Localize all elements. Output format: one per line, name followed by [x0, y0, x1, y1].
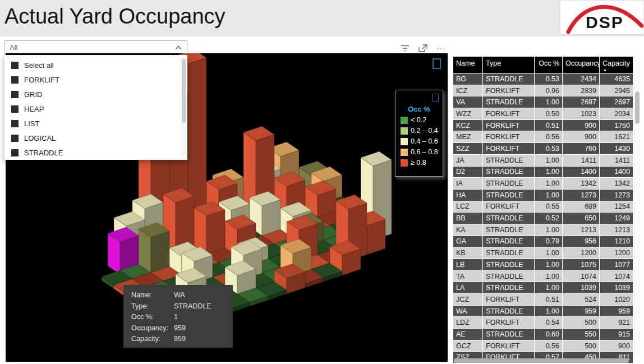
- table-cell[interactable]: STRADDLE: [482, 306, 534, 317]
- table-cell[interactable]: 1.00: [534, 96, 562, 108]
- table-cell[interactable]: SZZ: [453, 143, 482, 154]
- table-cell[interactable]: 1342: [599, 178, 633, 189]
- table-cell[interactable]: STRADDLE: [482, 155, 534, 166]
- table-cell[interactable]: 1074: [599, 271, 633, 282]
- table-cell[interactable]: 1.00: [534, 190, 562, 201]
- table-cell[interactable]: 1.00: [534, 271, 562, 282]
- table-cell[interactable]: 915: [599, 329, 633, 340]
- table-cell[interactable]: FORKLIFT: [482, 317, 534, 328]
- table-cell[interactable]: LB: [453, 259, 482, 270]
- table-cell[interactable]: AE: [453, 329, 482, 340]
- table-cell[interactable]: 1.00: [534, 306, 562, 317]
- table-cell[interactable]: 1400: [562, 167, 599, 178]
- table-cell[interactable]: 900: [562, 120, 599, 131]
- table-cell[interactable]: FORKLIFT: [482, 131, 534, 142]
- table-row[interactable]: VASTRADDLE1.0026972697: [453, 96, 633, 108]
- table-cell[interactable]: LDZ: [453, 317, 482, 328]
- table-row[interactable]: HASTRADDLE1.0012731273: [453, 190, 633, 201]
- table-cell[interactable]: STRADDLE: [482, 236, 534, 247]
- table-cell[interactable]: ICZ: [453, 85, 482, 96]
- table-cell[interactable]: 0.53: [534, 143, 562, 154]
- table-cell[interactable]: 1430: [599, 143, 633, 154]
- table-cell[interactable]: 1254: [599, 201, 633, 213]
- table-cell[interactable]: 0.96: [534, 85, 562, 96]
- table-cell[interactable]: 1039: [599, 282, 633, 293]
- table-cell[interactable]: 650: [562, 213, 599, 224]
- table-cell[interactable]: 1020: [599, 294, 633, 305]
- dropdown-scrollbar[interactable]: [181, 57, 186, 156]
- table-cell[interactable]: STRADDLE: [482, 282, 534, 293]
- table-cell[interactable]: KA: [453, 224, 482, 236]
- table-cell[interactable]: KB: [453, 247, 482, 259]
- table-cell[interactable]: 959: [562, 306, 599, 317]
- table-cell[interactable]: STRADDLE: [482, 167, 534, 178]
- dropdown-item-grid[interactable]: GRID: [4, 87, 187, 102]
- table-row[interactable]: LBSTRADDLE1.0010751077: [453, 259, 633, 270]
- table-cell[interactable]: 1273: [562, 190, 599, 201]
- table-cell[interactable]: STRADDLE: [482, 213, 534, 224]
- table-cell[interactable]: 4635: [599, 73, 633, 85]
- table-cell[interactable]: 0.54: [534, 317, 562, 328]
- table-cell[interactable]: 1.00: [534, 167, 562, 178]
- table-cell[interactable]: 1210: [599, 236, 633, 247]
- column-header-type[interactable]: Type: [482, 57, 534, 73]
- table-row[interactable]: KASTRADDLE1.0012131213: [453, 224, 633, 236]
- dropdown-item-heap[interactable]: HEAP: [4, 102, 187, 116]
- table-cell[interactable]: GA: [453, 236, 482, 247]
- dropdown-item-list[interactable]: LIST: [4, 116, 187, 131]
- column-header-occupancy[interactable]: Occupancy: [562, 57, 599, 73]
- table-row[interactable]: BGSTRADDLE0.5324344635: [453, 73, 633, 85]
- table-cell[interactable]: 1.00: [534, 259, 562, 270]
- table-cell[interactable]: 2034: [599, 108, 633, 119]
- table-cell[interactable]: LA: [453, 282, 482, 293]
- table-cell[interactable]: 2945: [599, 85, 633, 96]
- table-cell[interactable]: 0.56: [534, 131, 562, 142]
- table-cell[interactable]: STRADDLE: [482, 329, 534, 340]
- table-cell[interactable]: 500: [562, 317, 599, 328]
- table-cell[interactable]: FORKLIFT: [482, 85, 534, 96]
- table-cell[interactable]: 0.79: [534, 236, 562, 247]
- filter-icon[interactable]: [401, 44, 410, 52]
- checkbox-icon[interactable]: [11, 76, 19, 84]
- table-cell[interactable]: 2434: [562, 73, 599, 85]
- table-cell[interactable]: 1023: [562, 108, 599, 119]
- checkbox-icon[interactable]: [11, 105, 19, 113]
- table-row[interactable]: BBSTRADDLE0.526501249: [453, 213, 633, 224]
- table-cell[interactable]: STRADDLE: [482, 178, 534, 189]
- table-cell[interactable]: 1411: [599, 155, 633, 166]
- table-row[interactable]: IASTRADDLE1.0013421342: [453, 178, 633, 189]
- table-cell[interactable]: 900: [599, 340, 633, 352]
- table-cell[interactable]: D2: [453, 167, 482, 178]
- table-row[interactable]: TASTRADDLE1.0010741074: [453, 271, 633, 282]
- table-cell[interactable]: GCZ: [453, 340, 482, 352]
- table-row[interactable]: ICZFORKLIFT0.9628392945: [453, 85, 633, 96]
- table-cell[interactable]: 0.56: [534, 340, 562, 352]
- table-cell[interactable]: FORKLIFT: [482, 340, 534, 352]
- table-cell[interactable]: STRADDLE: [482, 247, 534, 259]
- table-cell[interactable]: 1.00: [534, 178, 562, 189]
- checkbox-icon[interactable]: [11, 120, 19, 127]
- table-cell[interactable]: 2839: [562, 85, 599, 96]
- table-cell[interactable]: FORKLIFT: [482, 120, 534, 131]
- table-cell[interactable]: 1200: [599, 247, 633, 259]
- table-row[interactable]: AESTRADDLE0.60550915: [453, 329, 633, 340]
- table-cell[interactable]: 760: [562, 143, 599, 154]
- table-cell[interactable]: 1.00: [534, 282, 562, 293]
- table-cell[interactable]: HA: [453, 190, 482, 201]
- table-cell[interactable]: 1411: [562, 155, 599, 166]
- table-cell[interactable]: 0.51: [534, 294, 562, 305]
- table-cell[interactable]: 921: [599, 317, 633, 328]
- table-cell[interactable]: MEZ: [453, 131, 482, 142]
- table-row[interactable]: WASTRADDLE1.00959959: [453, 306, 633, 317]
- table-row[interactable]: WZZFORKLIFT0.5010232034: [453, 108, 633, 119]
- checkbox-icon[interactable]: [11, 62, 19, 69]
- table-cell[interactable]: 1249: [599, 213, 633, 224]
- column-header-occ-%[interactable]: Occ %: [534, 57, 562, 73]
- table-cell[interactable]: 1400: [599, 167, 633, 178]
- table-cell[interactable]: 1342: [562, 178, 599, 189]
- table-cell[interactable]: KCZ: [453, 120, 482, 131]
- table-cell[interactable]: LCZ: [453, 201, 482, 213]
- table-cell[interactable]: 689: [562, 201, 599, 213]
- table-row[interactable]: JCZFORKLIFT0.515241020: [453, 294, 633, 305]
- table-cell[interactable]: 1273: [599, 190, 633, 201]
